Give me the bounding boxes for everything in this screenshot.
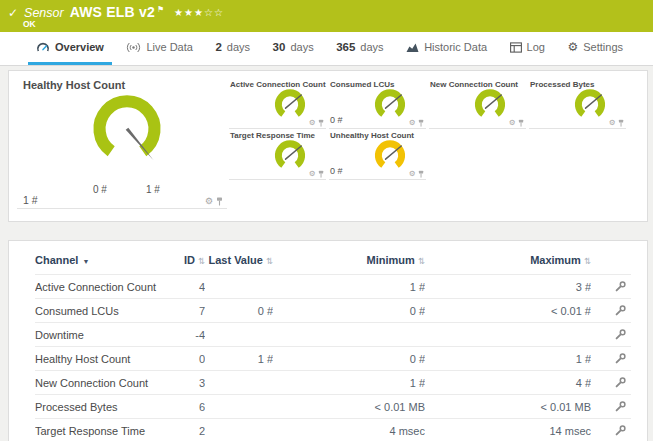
tab-settings[interactable]: ⚙ Settings bbox=[559, 32, 631, 65]
channel-name-cell: Healthy Host Count bbox=[35, 347, 159, 371]
mini-gauge bbox=[568, 87, 612, 127]
pin-icon[interactable] bbox=[216, 197, 223, 206]
page-title: AWS ELB v2 bbox=[70, 4, 155, 20]
maximum-cell: 14 msec bbox=[425, 419, 591, 441]
channel-name-cell: Active Connection Count bbox=[35, 275, 159, 299]
gauge-panel-2[interactable]: New Connection Count ⚙ bbox=[429, 79, 526, 129]
column-header-maximum[interactable]: Maximum⇅ bbox=[425, 249, 591, 275]
flag-icon[interactable]: ⚑ bbox=[157, 5, 164, 14]
gear-icon[interactable]: ⚙ bbox=[509, 119, 516, 127]
minimum-cell: < 0.01 MB bbox=[273, 395, 425, 419]
channel-name-cell: New Connection Count bbox=[35, 371, 159, 395]
maximum-cell: < 0.01 # bbox=[425, 299, 591, 323]
sort-desc-icon: ▼ bbox=[82, 258, 89, 265]
wrench-gear-icon[interactable] bbox=[615, 328, 627, 342]
tab-label: Historic Data bbox=[424, 41, 487, 53]
column-header-channel[interactable]: Channel▼ bbox=[35, 249, 159, 275]
sort-icon: ⇅ bbox=[418, 256, 425, 266]
gear-icon[interactable]: ⚙ bbox=[309, 119, 316, 127]
table-row[interactable]: Downtime -4 bbox=[35, 323, 631, 347]
column-header-actions bbox=[591, 249, 631, 275]
sort-icon: ⇅ bbox=[198, 256, 205, 266]
channel-id-cell: 4 bbox=[159, 275, 205, 299]
gauge-icon bbox=[36, 41, 50, 53]
tab-30-days[interactable]: 30 days bbox=[265, 32, 322, 65]
gear-icon[interactable]: ⚙ bbox=[409, 119, 416, 127]
last-value-cell bbox=[205, 395, 273, 419]
last-value-cell bbox=[205, 419, 273, 441]
status-badge: OK bbox=[23, 19, 36, 29]
priority-stars[interactable]: ★★★☆☆ bbox=[174, 7, 224, 18]
tab-bar: Overview Live Data 2 days 30 days 365 da… bbox=[0, 32, 653, 66]
table-row[interactable]: Healthy Host Count 0 1 # 0 # 1 # bbox=[35, 347, 631, 371]
tab-log[interactable]: Log bbox=[502, 32, 553, 65]
ok-check-icon: ✓ bbox=[8, 6, 18, 20]
channel-name-cell: Downtime bbox=[35, 323, 159, 347]
table-row[interactable]: Active Connection Count 4 1 # 3 # bbox=[35, 275, 631, 299]
wrench-gear-icon[interactable] bbox=[615, 424, 627, 438]
pin-icon[interactable] bbox=[518, 119, 524, 127]
tab-label: Live Data bbox=[146, 41, 192, 53]
gauge-panel-healthy-host-count[interactable]: Healthy Host Count 0 # 1 # 1 # ⚙ bbox=[17, 77, 227, 209]
tab-365-days[interactable]: 365 days bbox=[328, 32, 391, 65]
table-row[interactable]: New Connection Count 3 1 # 4 # bbox=[35, 371, 631, 395]
channel-id-cell: -4 bbox=[159, 323, 205, 347]
tab-label: Settings bbox=[583, 41, 623, 53]
last-value-cell bbox=[205, 275, 273, 299]
minimum-cell: 1 # bbox=[273, 371, 425, 395]
pin-icon[interactable] bbox=[418, 170, 424, 178]
mini-gauge bbox=[368, 87, 412, 127]
wrench-gear-icon[interactable] bbox=[615, 304, 627, 318]
column-header-id[interactable]: ID⇅ bbox=[159, 249, 205, 275]
wrench-gear-icon[interactable] bbox=[615, 400, 627, 414]
channel-id-cell: 0 bbox=[159, 347, 205, 371]
gauge-panel-4[interactable]: Target Response Time ⚙ bbox=[229, 130, 326, 180]
column-header-last-value[interactable]: Last Value⇅ bbox=[205, 249, 273, 275]
maximum-cell bbox=[425, 323, 591, 347]
maximum-cell: 1 # bbox=[425, 347, 591, 371]
table-row[interactable]: Consumed LCUs 7 0 # 0 # < 0.01 # bbox=[35, 299, 631, 323]
minimum-cell: 4 msec bbox=[273, 419, 425, 441]
gauge-panel-5[interactable]: Unhealthy Host Count 0 # ⚙ bbox=[329, 130, 426, 180]
gear-icon[interactable]: ⚙ bbox=[609, 119, 616, 127]
secondary-gauges: Active Connection Count ⚙ Consumed LCUs … bbox=[229, 79, 637, 189]
gear-icon[interactable]: ⚙ bbox=[309, 170, 316, 178]
table-row[interactable]: Target Response Time 2 4 msec 14 msec bbox=[35, 419, 631, 441]
last-value-cell: 0 # bbox=[205, 299, 273, 323]
channels-table-body: Active Connection Count 4 1 # 3 # Consum… bbox=[35, 275, 631, 441]
gauge-panel-0[interactable]: Active Connection Count ⚙ bbox=[229, 79, 326, 129]
minimum-cell: 0 # bbox=[273, 299, 425, 323]
channel-id-cell: 3 bbox=[159, 371, 205, 395]
gear-icon: ⚙ bbox=[567, 40, 578, 54]
signal-icon bbox=[126, 42, 141, 53]
tab-historic-data[interactable]: Historic Data bbox=[398, 32, 495, 65]
wrench-gear-icon[interactable] bbox=[615, 280, 627, 294]
wrench-gear-icon[interactable] bbox=[615, 352, 627, 366]
gauge-current-value: 1 # bbox=[23, 194, 38, 206]
table-row[interactable]: Processed Bytes 6 < 0.01 MB < 0.01 MB bbox=[35, 395, 631, 419]
gauge-panel-1[interactable]: Consumed LCUs 0 # ⚙ bbox=[329, 79, 426, 129]
sort-icon: ⇅ bbox=[584, 256, 591, 266]
pin-icon[interactable] bbox=[318, 170, 324, 178]
channel-id-cell: 2 bbox=[159, 419, 205, 441]
tab-live-data[interactable]: Live Data bbox=[118, 32, 200, 65]
last-value-cell bbox=[205, 323, 273, 347]
healthy-host-count-gauge bbox=[81, 89, 173, 173]
column-header-minimum[interactable]: Minimum⇅ bbox=[273, 249, 425, 275]
gear-icon[interactable]: ⚙ bbox=[205, 197, 213, 206]
pin-icon[interactable] bbox=[618, 119, 624, 127]
gauge-panel-3[interactable]: Processed Bytes ⚙ bbox=[529, 79, 626, 129]
gauge-current-value: 0 # bbox=[330, 166, 343, 176]
maximum-cell: 4 # bbox=[425, 371, 591, 395]
tab-label: Log bbox=[527, 41, 545, 53]
pin-icon[interactable] bbox=[318, 119, 324, 127]
tab-number: 2 bbox=[215, 41, 221, 53]
wrench-gear-icon[interactable] bbox=[615, 376, 627, 390]
mini-gauge bbox=[268, 87, 312, 127]
tab-overview[interactable]: Overview bbox=[28, 32, 112, 65]
gear-icon[interactable]: ⚙ bbox=[409, 170, 416, 178]
tab-number: 30 bbox=[273, 41, 286, 53]
pin-icon[interactable] bbox=[418, 119, 424, 127]
minimum-cell: 1 # bbox=[273, 275, 425, 299]
tab-2-days[interactable]: 2 days bbox=[207, 32, 258, 65]
